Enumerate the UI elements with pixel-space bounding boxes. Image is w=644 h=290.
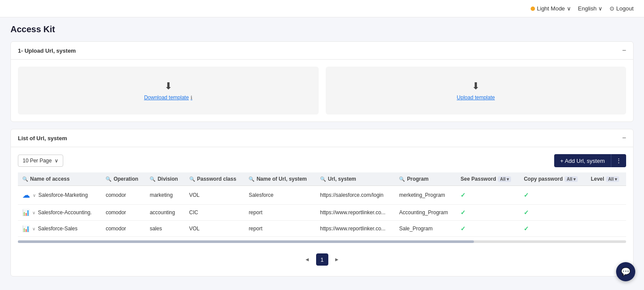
col-search-icon-operation[interactable]: 🔍 — [106, 176, 112, 182]
col-password-class: 🔍 Password class — [185, 172, 245, 186]
cell-see-password: ✓ — [456, 186, 519, 205]
cell-url-system: https://www.reportlinker.co... — [316, 221, 395, 237]
add-url-menu-button[interactable]: ⋮ — [611, 154, 626, 167]
col-search-icon-program[interactable]: 🔍 — [399, 176, 405, 182]
cell-level — [586, 186, 626, 205]
cell-division: marketing — [145, 186, 184, 205]
col-name-of-access: 🔍 Name of access — [18, 172, 101, 186]
upload-section: 1- Upload Url, system − ⬇ Download templ… — [10, 41, 634, 122]
col-see-password: See Password All ▾ — [456, 172, 519, 186]
per-page-label: 10 Per Page — [23, 158, 52, 164]
col-search-icon-name[interactable]: 🔍 — [22, 176, 28, 182]
per-page-selector[interactable]: 10 Per Page ∨ — [18, 155, 63, 167]
app-icon-bar: 📊 — [22, 225, 30, 232]
col-search-icon-url[interactable]: 🔍 — [320, 176, 326, 182]
url-table: 🔍 Name of access 🔍 Operation — [18, 172, 626, 237]
cell-copy-password: ✓ — [519, 221, 586, 237]
row-expand-chevron[interactable]: ∨ — [32, 226, 35, 231]
page-1-button[interactable]: 1 — [316, 253, 328, 266]
pagination-prev[interactable]: ◄ — [302, 256, 313, 263]
table-row: 📊 ∨ Salesforce-Accounting. comodor accou… — [18, 205, 626, 221]
language-selector[interactable]: English ∨ — [578, 5, 603, 12]
row-expand-chevron[interactable]: ∨ — [32, 210, 35, 215]
cell-copy-password: ✓ — [519, 186, 586, 205]
download-template-box[interactable]: ⬇ Download template ℹ — [18, 67, 319, 115]
upload-collapse-button[interactable]: − — [622, 47, 626, 54]
add-button-group: + Add Url, system ⋮ — [554, 154, 626, 167]
logout-icon: ⊙ — [610, 5, 614, 12]
cell-name: 📊 ∨ Salesforce-Sales — [18, 221, 101, 237]
access-name: Salesforce-Marketing — [38, 192, 88, 198]
upload-grid: ⬇ Download template ℹ ⬇ Upload template — [18, 67, 626, 115]
table-row: ☁ ∨ Salesforce-Marketing comodor marketi… — [18, 186, 626, 205]
cell-program: Sale_Program — [395, 221, 456, 237]
table-header-row: 🔍 Name of access 🔍 Operation — [18, 172, 626, 186]
col-operation: 🔍 Operation — [101, 172, 145, 186]
cell-level — [586, 205, 626, 221]
light-mode-label: Light Mode — [537, 5, 565, 12]
cell-name: 📊 ∨ Salesforce-Accounting. — [18, 205, 101, 221]
language-label: English — [578, 5, 597, 12]
cell-division: sales — [145, 221, 184, 237]
cell-password-class: VOL — [185, 221, 245, 237]
cell-operation: comodor — [101, 186, 145, 205]
scroll-indicator[interactable] — [18, 240, 626, 243]
upload-template-box[interactable]: ⬇ Upload template — [326, 67, 627, 115]
upload-section-title: 1- Upload Url, system — [18, 47, 76, 54]
table-body: ☁ ∨ Salesforce-Marketing comodor marketi… — [18, 186, 626, 237]
light-mode-toggle[interactable]: Light Mode ∨ — [531, 5, 571, 12]
download-info-icon: ℹ — [191, 95, 192, 101]
cell-level — [586, 221, 626, 237]
cell-copy-password: ✓ — [519, 205, 586, 221]
level-filter[interactable]: All ▾ — [606, 176, 620, 182]
cell-url-system: https://www.reportlinker.co... — [316, 205, 395, 221]
logout-label: Logout — [616, 5, 634, 12]
page-title: Access Kit — [10, 24, 634, 34]
see-password-check: ✓ — [460, 225, 466, 232]
list-section-title: List of Url, system — [18, 135, 67, 142]
row-expand-chevron[interactable]: ∨ — [33, 193, 36, 198]
see-password-check: ✓ — [460, 192, 466, 199]
col-level: Level All ▾ — [586, 172, 626, 186]
list-section-header: List of Url, system − — [11, 129, 633, 147]
logout-button[interactable]: ⊙ Logout — [610, 5, 634, 12]
col-name-url-system: 🔍 Name of Url, system — [244, 172, 316, 186]
chatbot-button[interactable]: 💬 — [616, 262, 635, 281]
access-name: Salesforce-Sales — [38, 226, 78, 232]
copy-password-check: ✓ — [524, 225, 529, 232]
cell-password-class: CIC — [185, 205, 245, 221]
copy-password-check: ✓ — [524, 209, 529, 216]
see-password-filter[interactable]: All ▾ — [498, 176, 511, 182]
cell-name: ☁ ∨ Salesforce-Marketing — [18, 186, 101, 205]
cell-program: Accounting_Program — [395, 205, 456, 221]
upload-template-label[interactable]: Upload template — [457, 94, 495, 101]
cell-see-password: ✓ — [456, 205, 519, 221]
col-search-icon-division[interactable]: 🔍 — [150, 176, 156, 182]
cell-operation: comodor — [101, 205, 145, 221]
see-password-check: ✓ — [460, 209, 466, 216]
app-icon-cloud: ☁ — [22, 190, 30, 200]
download-icon: ⬇ — [164, 81, 172, 92]
col-division: 🔍 Division — [145, 172, 184, 186]
col-search-icon-password-class[interactable]: 🔍 — [189, 176, 195, 182]
light-mode-chevron: ∨ — [567, 5, 571, 12]
scroll-thumb — [18, 240, 474, 243]
light-mode-dot — [531, 7, 535, 11]
download-template-label[interactable]: Download template ℹ — [144, 94, 192, 101]
page-content: Access Kit 1- Upload Url, system − ⬇ Dow… — [0, 17, 644, 290]
chatbot-icon: 💬 — [621, 267, 630, 277]
col-program: 🔍 Program — [395, 172, 456, 186]
upload-section-header: 1- Upload Url, system − — [11, 42, 633, 60]
cell-name-url: Salesforce — [244, 186, 316, 205]
cell-division: accounting — [145, 205, 184, 221]
col-search-icon-name-url[interactable]: 🔍 — [249, 176, 255, 182]
access-name: Salesforce-Accounting. — [38, 209, 92, 216]
pagination: ◄ 1 ► — [18, 246, 626, 269]
add-url-button[interactable]: + Add Url, system — [554, 154, 611, 167]
copy-password-check: ✓ — [524, 192, 529, 199]
pagination-next[interactable]: ► — [332, 256, 342, 263]
copy-password-filter[interactable]: All ▾ — [565, 176, 578, 182]
cell-program: merketing_Program — [395, 186, 456, 205]
list-collapse-button[interactable]: − — [622, 135, 626, 142]
per-page-chevron: ∨ — [55, 158, 58, 164]
